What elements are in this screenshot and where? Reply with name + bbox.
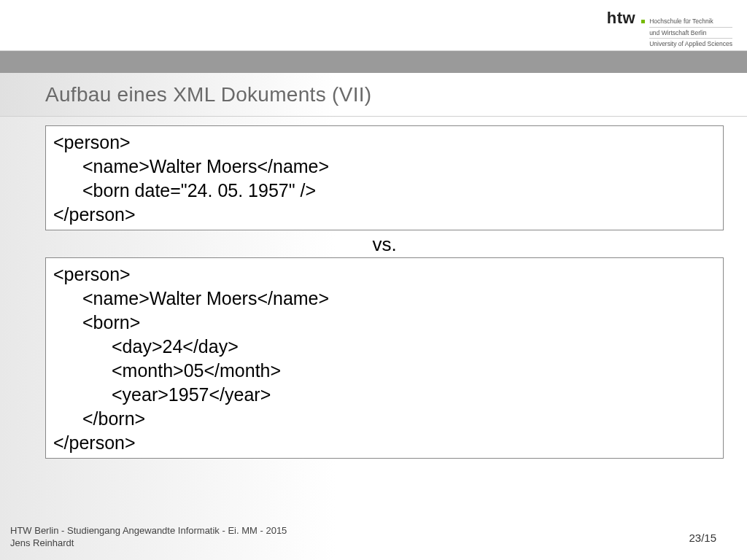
page-number: 23/15 [689,532,716,544]
code-line: <month>05</month> [53,359,716,383]
logo-dot-icon [641,20,645,23]
code-line: <name>Walter Moers</name> [53,287,716,311]
slide: htw Hochschule für Technik und Wirtschaf… [0,0,747,560]
code-line: <person> [53,262,716,287]
code-line: <born date="24. 05. 1957" /> [53,179,716,203]
logo-line3: University of Applied Sciences [649,40,732,50]
logo-line1: Hochschule für Technik [649,18,732,28]
code-box-1: <person> <name>Walter Moers</name> <born… [45,125,724,230]
code-line: <name>Walter Moers</name> [53,155,716,179]
vs-label: vs. [45,233,724,256]
code-line: </born> [53,407,716,431]
logo-subtext: Hochschule für Technik und Wirtschaft Be… [649,18,732,51]
accent-band [0,51,747,73]
title-band: Aufbau eines XML Dokuments (VII) [0,73,747,117]
logo-area: htw Hochschule für Technik und Wirtschaf… [607,9,732,51]
code-line: </person> [53,203,716,227]
code-line: <day>24</day> [53,335,716,359]
logo: htw Hochschule für Technik und Wirtschaf… [607,9,732,51]
code-line: </person> [53,431,716,455]
code-line: <person> [53,131,716,155]
logo-text: htw [607,9,635,28]
header-bar: htw Hochschule für Technik und Wirtschaf… [0,0,747,51]
slide-title: Aufbau eines XML Dokuments (VII) [45,83,371,106]
code-box-2: <person> <name>Walter Moers</name> <born… [45,257,724,459]
footer-line2: Jens Reinhardt [10,537,287,550]
footer-line1: HTW Berlin - Studiengang Angewandte Info… [10,524,287,537]
logo-line2: und Wirtschaft Berlin [649,29,732,39]
code-line: <born> [53,311,716,335]
footer: HTW Berlin - Studiengang Angewandte Info… [10,524,287,550]
content-area: <person> <name>Walter Moers</name> <born… [45,125,724,459]
code-line: <year>1957</year> [53,383,716,407]
